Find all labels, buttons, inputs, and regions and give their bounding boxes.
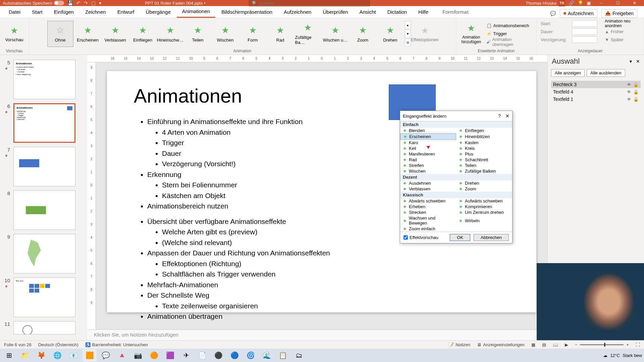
help-icon[interactable]: ?	[498, 113, 501, 119]
gallery-drehen[interactable]: ★Drehen	[377, 21, 404, 47]
fit-icon[interactable]: ⛶	[636, 342, 640, 347]
obs-icon[interactable]: ⚫	[211, 349, 225, 361]
effect-blenden[interactable]: ★Blenden	[400, 128, 456, 133]
thumb-9[interactable]	[13, 234, 75, 274]
show-all-button[interactable]: Alle anzeigen	[551, 69, 585, 77]
slide-thumbnails[interactable]: 5★ Animationen• Lorem ipsum dolor • sit …	[0, 55, 87, 340]
ok-button[interactable]: OK	[450, 234, 470, 241]
tab-uberprufen[interactable]: Überprüfen	[317, 6, 353, 18]
app-icon[interactable]: 📷	[131, 349, 145, 361]
gallery-wischen[interactable]: ★Wischen	[212, 21, 238, 47]
effect-streifen[interactable]: ★Streifen	[400, 163, 456, 168]
app-icon[interactable]: 🟠	[147, 349, 161, 361]
tab-einfugen[interactable]: Einfügen	[49, 6, 79, 18]
preview-checkbox[interactable]: Effektvorschau	[404, 235, 438, 240]
present-icon[interactable]: ▢	[91, 0, 96, 6]
tips-icon[interactable]: 💡	[578, 0, 583, 6]
app-icon[interactable]: 🗂	[292, 349, 306, 361]
language[interactable]: Deutsch (Österreich)	[38, 342, 78, 347]
preview-checkbox-input[interactable]	[404, 235, 408, 240]
gallery-erscheinen[interactable]: ★Erscheinen	[75, 21, 101, 47]
lock-icon[interactable]: 🔓	[633, 89, 639, 95]
share-button[interactable]: 📤Freigeben	[601, 9, 637, 18]
eye-icon[interactable]: 👁	[627, 89, 631, 95]
gallery-wischenu[interactable]: ★Wischen u…	[322, 21, 348, 47]
cancel-button[interactable]: Abbrechen	[474, 234, 509, 241]
explorer-icon[interactable]: 📁	[18, 349, 32, 361]
weather-widget[interactable]: ☁ 12°C Stark bew	[603, 353, 642, 358]
dialog-close-icon[interactable]: ✕	[505, 113, 509, 119]
effect-plus[interactable]: ★Plus	[456, 151, 512, 157]
effect-aufwarts[interactable]: ★Aufwärts schweben	[456, 198, 512, 204]
effect-wirbeln[interactable]: ★Wirbeln	[456, 215, 512, 226]
thumb-8[interactable]	[13, 190, 75, 230]
effect-ausdehnen[interactable]: ★Ausdehnen	[400, 180, 456, 186]
autosave-toggle[interactable]: Automatisches Speichern	[3, 1, 64, 6]
effect-teilen[interactable]: ★Teilen	[456, 163, 512, 168]
chevron-down-icon[interactable]: ▾	[630, 59, 632, 64]
thumb-10[interactable]: Text text	[13, 278, 75, 317]
effect-zoom[interactable]: ★Zoom	[456, 186, 512, 192]
search-input[interactable]	[259, 1, 367, 6]
gallery-more[interactable]: ⊟	[405, 39, 411, 47]
tab-ansicht[interactable]: Ansicht	[354, 6, 381, 18]
effect-manifestieren[interactable]: ★Manifestieren	[400, 151, 456, 157]
comments-icon[interactable]: 💬	[550, 11, 556, 16]
tab-ubergange[interactable]: Übergänge	[141, 6, 176, 18]
display-settings[interactable]: 🖥Anzeigeeinstellungen	[477, 342, 525, 347]
effect-rad[interactable]: ★Rad	[400, 157, 456, 163]
save-icon[interactable]: 💾	[67, 0, 73, 6]
gallery-down[interactable]: ▼	[405, 30, 411, 38]
redo-icon[interactable]: ↷	[84, 0, 88, 6]
effect-erscheinen[interactable]: ★Erscheinen	[400, 133, 456, 140]
app-icon[interactable]: 💬	[99, 349, 113, 361]
add-animation-button[interactable]: ★ Animation hinzufügen	[459, 20, 484, 47]
gallery-einfliegen[interactable]: ★Einfliegen	[130, 21, 156, 47]
selection-item-textfeld4[interactable]: Textfeld 4 👁🔓	[551, 88, 641, 96]
thumb-7[interactable]	[13, 147, 75, 186]
app-icon[interactable]: 🌀	[244, 349, 258, 361]
toggle-switch[interactable]	[54, 1, 64, 5]
close-panel-icon[interactable]: ✕	[636, 59, 640, 64]
effect-kreis[interactable]: ★Kreis	[456, 145, 512, 151]
zoom-slider[interactable]: − +	[575, 342, 629, 347]
animation-pane-button[interactable]: 📋Animationsbereich	[485, 22, 534, 30]
effect-umzentrum[interactable]: ★Um Zentrum drehen	[456, 209, 512, 215]
effect-komprimieren[interactable]: ★Komprimieren	[456, 204, 512, 209]
tab-datei[interactable]: Datei	[3, 6, 26, 18]
effect-einfliegen[interactable]: ★Einfliegen	[456, 128, 512, 133]
gallery-verblassen[interactable]: ★Verblassen	[102, 21, 128, 47]
notes-pane[interactable]: Klicken Sie, um Notizen hinzuzufügen	[87, 329, 547, 340]
effect-erheben[interactable]: ★Erheben	[400, 204, 456, 209]
outlook-icon[interactable]: 📧	[66, 349, 80, 361]
close-button[interactable]: ✕	[628, 1, 641, 5]
tab-aufzeichnen[interactable]: Aufzeichnen	[278, 6, 317, 18]
edge-icon[interactable]: 🌊	[260, 349, 274, 361]
gallery-hineinschweben[interactable]: ★Hineinschw…	[157, 21, 183, 47]
hide-all-button[interactable]: Alle ausblenden	[587, 69, 625, 77]
zoom-in-icon[interactable]: +	[626, 342, 629, 347]
powerpoint-icon[interactable]: 🟧	[83, 349, 97, 361]
eye-icon[interactable]: 👁	[627, 97, 631, 102]
tab-hilfe[interactable]: Hilfe	[413, 6, 434, 18]
telegram-icon[interactable]: ✈	[179, 349, 193, 361]
thumb-6[interactable]: Animationen• Einführung • 4 Arten • Trig…	[13, 103, 75, 143]
gallery-zufallig[interactable]: ★Zufällige Ba…	[295, 21, 321, 47]
selection-item-textfeld1[interactable]: Textfeld 1 👁🔓	[551, 96, 641, 103]
tab-zeichnen[interactable]: Zeichnen	[80, 6, 111, 18]
filename[interactable]: PPT 01 Roter Faden 004.pptx •	[105, 1, 246, 6]
preview-button[interactable]: ★ Vorschau	[2, 20, 27, 47]
tab-bildschirm[interactable]: Bildschirmpräsentation	[216, 6, 278, 18]
slide-counter[interactable]: Folie 6 von 26	[4, 342, 32, 347]
effect-wachsen[interactable]: ★Wachsen und Bewegen	[400, 215, 456, 226]
chrome-icon[interactable]: 🌐	[50, 349, 64, 361]
effect-keil[interactable]: ★Keil	[400, 145, 456, 151]
effect-zoomeinfach[interactable]: ★Zoom einfach	[400, 226, 456, 232]
slide-title[interactable]: Animationen	[134, 84, 509, 107]
record-button[interactable]: Aufzeichnen	[560, 9, 597, 18]
more-icon[interactable]: ▾	[99, 0, 101, 6]
accessibility-check[interactable]: ♿Barrierefreiheit: Untersuchen	[85, 342, 148, 347]
minimize-button[interactable]: ─	[594, 1, 608, 5]
effect-kasten[interactable]: ★Kasten	[456, 140, 512, 145]
gallery-zoom[interactable]: ★Zoom	[350, 21, 376, 47]
